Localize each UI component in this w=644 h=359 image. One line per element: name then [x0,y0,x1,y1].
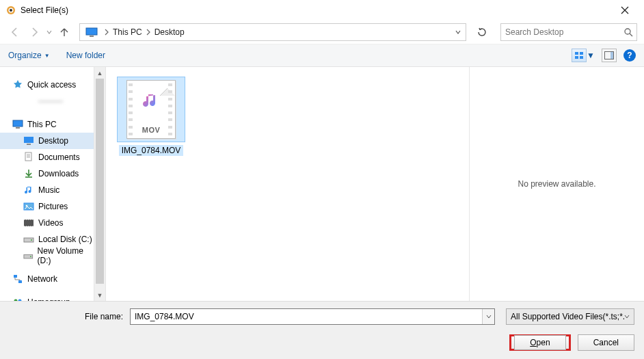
pictures-icon [23,201,34,212]
breadcrumb-desktop[interactable]: Desktop [153,27,186,37]
chevron-right-icon[interactable] [144,29,153,36]
svg-rect-19 [24,220,33,226]
search-input[interactable] [501,27,620,37]
videos-icon [23,217,34,228]
svg-point-23 [30,256,31,257]
forward-button[interactable] [26,24,42,40]
svg-point-5 [625,29,630,34]
svg-rect-15 [27,144,31,145]
svg-rect-4 [90,36,94,37]
folder-icon [23,96,34,107]
file-list[interactable]: MOV IMG_0784.MOV [106,67,469,301]
file-type-filter[interactable]: All Supported Video Files(*.ts;*. [506,308,634,325]
organize-label: Organize [8,51,42,60]
filter-label: All Supported Video Files(*.ts;*. [511,312,624,321]
open-label: pen [537,338,550,347]
svg-rect-12 [13,120,23,127]
nav-row: This PC Desktop [0,21,644,44]
sidebar-item-documents[interactable]: Documents [0,149,94,165]
history-dropdown[interactable] [45,29,53,35]
sidebar-item-quick-access[interactable]: Quick access [0,77,94,93]
file-item[interactable]: MOV IMG_0784.MOV [116,77,187,156]
breadcrumb-this-pc[interactable]: This PC [111,27,144,37]
svg-rect-11 [611,52,613,59]
search-icon[interactable] [620,27,636,37]
sidebar-item-this-pc[interactable]: This PC [0,116,94,133]
svg-rect-7 [580,52,583,55]
preview-text: No preview available. [518,179,595,189]
new-folder-button[interactable]: New folder [66,51,105,60]
filename-label: File name: [10,312,126,321]
organize-menu[interactable]: Organize ▼ [8,51,50,60]
bottom-bar: File name: All Supported Video Files(*.t… [0,301,644,359]
sidebar-item-downloads[interactable]: Downloads [0,165,94,182]
up-button[interactable] [56,24,72,40]
music-note-icon [141,91,161,111]
sidebar-item-new-volume[interactable]: New Volume (D:) [0,248,94,264]
sidebar-item-network[interactable]: Network [0,271,94,287]
refresh-button[interactable] [472,23,492,41]
sidebar-item-local-disk[interactable]: Local Disk (C:) [0,231,94,248]
filename-input[interactable] [130,308,495,325]
preview-pane: No preview available. [469,67,644,301]
open-button[interactable]: Open [509,334,570,351]
back-button[interactable] [7,24,23,40]
sidebar-scrollbar[interactable]: ▲ ▼ [94,67,105,301]
desktop-icon [23,135,34,146]
file-thumbnail: MOV [126,80,176,139]
app-icon [5,5,16,16]
downloads-icon [23,168,34,179]
svg-rect-6 [575,52,578,55]
file-name-label: IMG_0784.MOV [119,145,184,156]
this-pc-icon [85,27,98,37]
sidebar-item-pictures[interactable]: Pictures [0,198,94,215]
file-ext-label: MOV [127,126,175,134]
svg-rect-16 [25,152,31,161]
address-dropdown[interactable] [452,29,464,36]
chevron-down-icon: ▼ [44,53,50,59]
scroll-down-icon[interactable]: ▼ [94,289,105,301]
close-button[interactable] [611,1,639,20]
drive-icon [23,250,33,261]
svg-rect-25 [18,280,22,283]
preview-pane-toggle[interactable] [602,49,617,62]
this-pc-icon [12,119,23,130]
titlebar: Select File(s) [0,0,644,21]
chevron-down-icon [624,314,630,319]
scrollbar-thumb[interactable] [96,79,104,284]
cancel-label: Cancel [593,338,619,347]
main-area: Quick access ——— This PC Desktop Documen… [0,67,644,301]
svg-rect-13 [16,127,20,129]
svg-point-21 [31,239,32,241]
search-box[interactable] [500,23,637,41]
window-title: Select File(s) [21,5,611,15]
sidebar-item-videos[interactable]: Videos [0,215,94,231]
svg-point-2 [10,9,12,12]
sidebar-item-desktop[interactable]: Desktop [0,133,94,149]
network-icon [12,274,23,284]
svg-rect-8 [575,56,578,59]
drive-icon [23,234,34,245]
view-mode-button[interactable] [572,49,587,62]
sidebar-item-music[interactable]: Music [0,182,94,198]
toolbar: Organize ▼ New folder ▼ ? [0,44,644,67]
chevron-right-icon[interactable] [102,29,111,36]
cancel-button[interactable]: Cancel [578,334,634,351]
sidebar-item-homegroup[interactable]: Homegroup [0,294,94,301]
scroll-up-icon[interactable]: ▲ [94,67,105,79]
svg-rect-24 [14,275,17,278]
music-icon [23,185,34,196]
view-mode-dropdown[interactable]: ▼ [587,51,595,60]
star-icon [12,79,23,90]
sidebar-item-redacted[interactable]: ——— [0,93,94,109]
filename-dropdown[interactable] [482,309,494,324]
svg-rect-9 [580,56,583,59]
address-bar[interactable]: This PC Desktop [79,23,466,41]
sidebar: Quick access ——— This PC Desktop Documen… [0,67,94,301]
svg-rect-14 [24,137,33,143]
help-button[interactable]: ? [623,49,636,62]
documents-icon [23,152,34,163]
svg-rect-3 [86,28,97,35]
